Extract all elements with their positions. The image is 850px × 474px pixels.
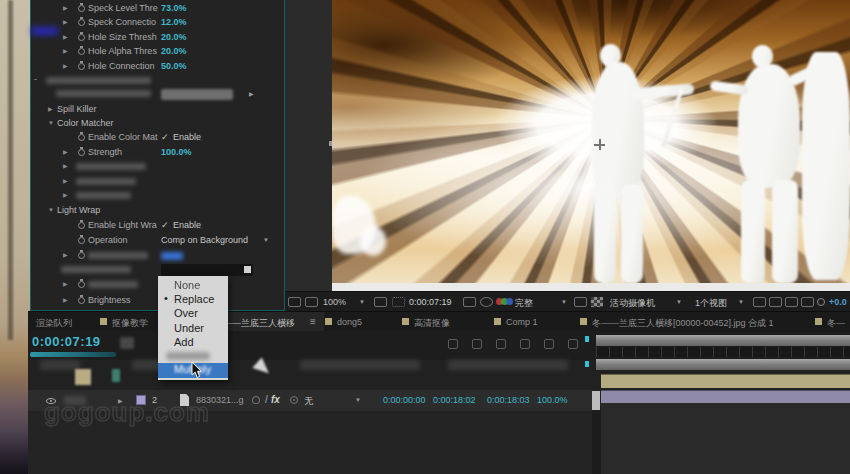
expand-arrow-icon[interactable]: ▶ xyxy=(48,105,53,113)
panel-menu-icon[interactable]: ≡ xyxy=(310,316,316,327)
property-value[interactable]: 50.0% xyxy=(161,61,187,71)
track-matte-menu[interactable]: 无 xyxy=(304,395,313,408)
fast-preview-icon[interactable] xyxy=(769,297,782,307)
timeline-toolbar-icon[interactable] xyxy=(496,339,506,349)
chevron-down-icon[interactable]: ▼ xyxy=(676,299,682,305)
collapse-arrow-icon[interactable]: ▼ xyxy=(48,206,54,214)
current-time-display[interactable]: 0:00:07:19 xyxy=(32,334,101,349)
stopwatch-icon[interactable] xyxy=(78,63,85,70)
dropdown-item-add[interactable]: Add xyxy=(158,336,228,350)
resolution-menu[interactable]: 完整 xyxy=(515,297,533,310)
stopwatch-icon[interactable] xyxy=(78,237,85,244)
stopwatch-icon[interactable] xyxy=(78,252,85,259)
always-preview-icon[interactable] xyxy=(288,297,301,307)
dropdown-handle[interactable] xyxy=(244,266,251,273)
time-ruler[interactable] xyxy=(596,335,850,346)
comp-mini-flowchart-icon[interactable] xyxy=(120,337,134,349)
check-icon[interactable]: ✓ xyxy=(161,132,169,142)
roi-icon[interactable] xyxy=(574,297,587,307)
expand-arrow-icon[interactable]: ▶ xyxy=(63,191,68,199)
timeline-toolbar-icon[interactable] xyxy=(544,339,554,349)
stopwatch-icon[interactable] xyxy=(78,222,85,229)
expand-arrow-icon[interactable]: ▶ xyxy=(63,33,68,41)
chevron-down-icon[interactable]: ▼ xyxy=(355,397,361,403)
stopwatch-icon[interactable] xyxy=(78,297,85,304)
shy-icon[interactable] xyxy=(252,396,260,404)
effect-group-label[interactable]: Color Matcher xyxy=(57,118,114,128)
check-icon[interactable]: ✓ xyxy=(161,220,169,230)
layer-color-chip-teal[interactable] xyxy=(112,369,120,382)
operation-dropdown[interactable]: Comp on Background xyxy=(161,235,248,245)
property-value[interactable]: 100.0% xyxy=(161,147,192,157)
snapshot-icon[interactable] xyxy=(463,297,476,307)
layer-duration[interactable]: 0:00:18:03 xyxy=(487,395,530,405)
expand-arrow-icon[interactable]: ▶ xyxy=(63,296,68,304)
camera-view-menu[interactable]: 活动摄像机 xyxy=(610,297,655,310)
layer-out-time[interactable]: 0:00:18:02 xyxy=(433,395,476,405)
expand-arrow-icon[interactable]: ▶ xyxy=(63,47,68,55)
layer-in-time[interactable]: 0:00:00:00 xyxy=(383,395,426,405)
dropdown-item-replace[interactable]: • Replace xyxy=(158,293,228,307)
redacted-value-field[interactable] xyxy=(161,89,233,100)
chevron-down-icon[interactable]: ▼ xyxy=(359,299,365,305)
layer2-duration-bar[interactable] xyxy=(601,390,850,403)
timeline-button-icon[interactable] xyxy=(785,297,798,307)
dropdown-item-none[interactable]: None xyxy=(158,279,228,293)
effect-group-label[interactable]: Light Wrap xyxy=(57,205,100,215)
collapse-mark[interactable]: - xyxy=(34,74,37,84)
timeline-toolbar-icon[interactable] xyxy=(568,339,578,349)
expand-arrow-icon[interactable]: ▶ xyxy=(63,177,68,185)
motion-blur-switch-icon[interactable] xyxy=(290,396,298,404)
stopwatch-icon[interactable] xyxy=(78,134,85,141)
stopwatch-icon[interactable] xyxy=(78,149,85,156)
open-dropdown-field[interactable] xyxy=(161,264,253,276)
transparency-grid-icon[interactable] xyxy=(591,297,603,307)
pixel-aspect-icon[interactable] xyxy=(753,297,766,307)
effect-group-label[interactable]: Spill Killer xyxy=(57,104,97,114)
channel-icon[interactable] xyxy=(496,298,514,307)
work-area-bar[interactable] xyxy=(596,359,850,370)
property-value[interactable]: 12.0% xyxy=(161,17,187,27)
choose-grid-icon[interactable] xyxy=(374,297,387,307)
checkbox-label[interactable]: Enable xyxy=(173,132,201,142)
property-value[interactable]: 20.0% xyxy=(161,32,187,42)
expand-arrow-icon[interactable]: ▶ xyxy=(63,162,68,170)
redacted-dropdown-item[interactable] xyxy=(166,352,210,360)
zoom-level[interactable]: 100% xyxy=(323,297,346,307)
layer-stretch[interactable]: 100.0% xyxy=(537,395,568,405)
stopwatch-icon[interactable] xyxy=(78,48,85,55)
timeline-toolbar-icon[interactable] xyxy=(448,339,458,349)
layer1-duration-bar[interactable] xyxy=(601,374,850,388)
property-value[interactable]: 73.0% xyxy=(161,3,187,13)
stopwatch-icon[interactable] xyxy=(78,19,85,26)
expand-arrow-icon[interactable]: ▶ xyxy=(63,4,68,12)
fx-switch[interactable]: fx xyxy=(271,394,280,405)
expand-arrow-icon[interactable]: ▶ xyxy=(63,18,68,26)
expand-arrow-icon[interactable]: ▶ xyxy=(63,251,68,259)
show-snapshot-icon[interactable] xyxy=(480,297,493,307)
chevron-down-icon[interactable]: ▼ xyxy=(263,237,269,243)
chevron-right-icon[interactable]: ▶ xyxy=(249,90,254,97)
viewer-timecode[interactable]: 0:00:07:19 xyxy=(409,297,452,307)
dropdown-item-under[interactable]: Under xyxy=(158,322,228,336)
expand-arrow-icon[interactable]: ▶ xyxy=(63,280,68,288)
collapse-arrow-icon[interactable]: ▼ xyxy=(48,119,54,127)
layer-color-chip-tan[interactable] xyxy=(75,369,91,385)
magnification-icon[interactable] xyxy=(305,297,318,307)
flowchart-icon[interactable] xyxy=(801,297,814,307)
exposure-value[interactable]: +0.0 xyxy=(829,297,847,307)
view-layout-menu[interactable]: 1个视图 xyxy=(695,297,727,310)
timeline-toolbar-icon[interactable] xyxy=(520,339,530,349)
stopwatch-icon[interactable] xyxy=(78,34,85,41)
stopwatch-icon[interactable] xyxy=(78,5,85,12)
comp-canvas[interactable] xyxy=(332,0,850,283)
mask-visibility-icon[interactable] xyxy=(392,297,405,307)
checkbox-label[interactable]: Enable xyxy=(173,220,201,230)
playhead-marker[interactable] xyxy=(585,361,589,367)
expand-arrow-icon[interactable]: ▶ xyxy=(63,148,68,156)
playhead-marker[interactable] xyxy=(585,336,589,342)
exposure-reset-icon[interactable] xyxy=(817,298,825,306)
expand-arrow-icon[interactable]: ▶ xyxy=(63,62,68,70)
property-value[interactable]: 20.0% xyxy=(161,46,187,56)
stopwatch-icon[interactable] xyxy=(78,281,85,288)
